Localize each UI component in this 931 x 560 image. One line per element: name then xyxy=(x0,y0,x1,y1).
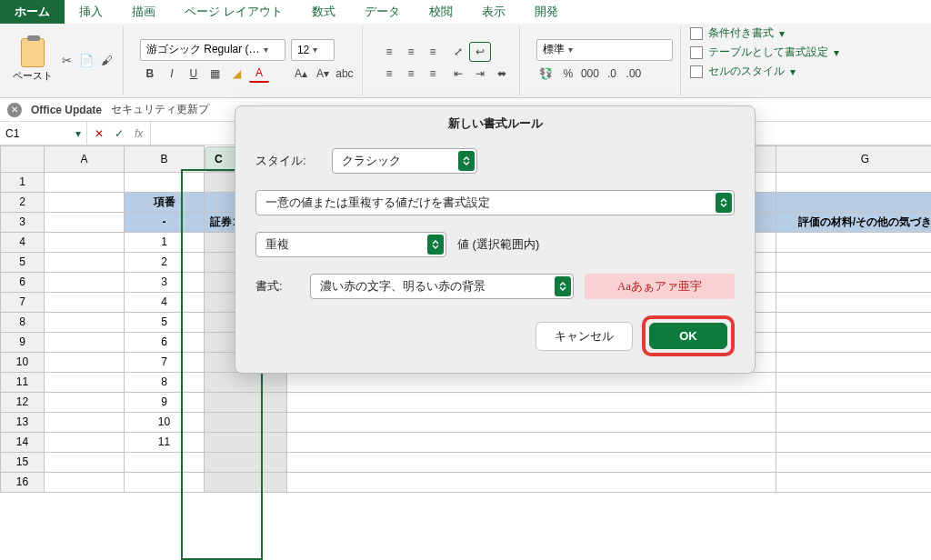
close-messagebar-icon[interactable]: ✕ xyxy=(7,103,22,117)
row-15[interactable]: 15 xyxy=(1,452,45,472)
borders-button[interactable]: ▦ xyxy=(205,65,225,83)
tab-insert[interactable]: 挿入 xyxy=(65,0,117,24)
dialog-title: 新しい書式ルール xyxy=(235,106,755,141)
row-11[interactable]: 11 xyxy=(1,372,45,392)
tab-home[interactable]: ホーム xyxy=(0,0,65,24)
row-1[interactable]: 1 xyxy=(1,172,45,192)
tab-draw[interactable]: 描画 xyxy=(117,0,170,24)
cell-B10[interactable]: 7 xyxy=(125,352,205,372)
cancel-button[interactable]: キャンセル xyxy=(536,322,633,351)
font-name-select[interactable]: 游ゴシック Regular (… xyxy=(140,39,285,61)
ruby-button[interactable]: abc xyxy=(335,65,355,83)
col-A[interactable]: A xyxy=(45,146,125,173)
rule-type-select[interactable]: 一意の値または重複する値だけを書式設定 xyxy=(255,190,735,215)
align-bottom-icon[interactable]: ≡ xyxy=(423,43,443,61)
decrease-font-icon[interactable]: A▾ xyxy=(313,65,333,83)
ribbon: ペースト ✂︎ 📄 🖌 游ゴシック Regular (… B I U ▦ ◢ A… xyxy=(0,24,931,98)
duplicate-select[interactable]: 重複 xyxy=(255,232,446,257)
cut-icon[interactable]: ✂︎ xyxy=(58,53,75,69)
name-box[interactable]: C1▾ xyxy=(0,122,87,145)
row-3[interactable]: 3 xyxy=(1,212,45,232)
tab-page-layout[interactable]: ページ レイアウト xyxy=(170,0,297,24)
col-B[interactable]: B xyxy=(125,146,205,173)
tab-data[interactable]: データ xyxy=(350,0,415,24)
ok-button[interactable]: OK xyxy=(649,323,727,349)
tab-formulas[interactable]: 数式 xyxy=(297,0,350,24)
decrease-decimal-icon[interactable]: .0 xyxy=(602,65,622,83)
cell-B6[interactable]: 3 xyxy=(125,272,205,292)
accept-formula-icon[interactable]: ✓ xyxy=(115,127,124,140)
cell-B12[interactable]: 9 xyxy=(125,392,205,412)
duplicate-select-value: 重複 xyxy=(265,236,289,253)
cell-B5[interactable]: 2 xyxy=(125,252,205,272)
underline-button[interactable]: U xyxy=(184,65,204,83)
cell-B7[interactable]: 4 xyxy=(125,292,205,312)
decrease-indent-icon[interactable]: ⇤ xyxy=(448,65,468,83)
cell-B4[interactable]: 1 xyxy=(125,232,205,252)
chevron-updown-icon xyxy=(458,151,475,171)
conditional-format-button[interactable]: 条件付き書式▾ xyxy=(690,25,839,41)
fx-icon[interactable]: fx xyxy=(135,127,143,140)
row-13[interactable]: 13 xyxy=(1,412,45,432)
increase-decimal-icon[interactable]: .00 xyxy=(624,65,644,83)
cell-G3[interactable]: 評価の材料/その他の気づき xyxy=(776,212,932,232)
tab-view[interactable]: 表示 xyxy=(467,0,520,24)
increase-indent-icon[interactable]: ⇥ xyxy=(470,65,490,83)
percent-icon[interactable]: % xyxy=(558,65,578,83)
align-center-icon[interactable]: ≡ xyxy=(401,65,421,83)
align-top-icon[interactable]: ≡ xyxy=(379,43,399,61)
font-color-button[interactable]: A xyxy=(249,65,269,83)
row-14[interactable]: 14 xyxy=(1,432,45,452)
font-size-select[interactable]: 12 xyxy=(291,39,335,61)
cancel-formula-icon[interactable]: ✕ xyxy=(95,127,104,140)
ok-button-highlight: OK xyxy=(642,315,735,356)
alignment-group: ≡ ≡ ≡ ≡ ≡ ≡ ⤢ ↩︎ ⇤ ⇥ ⬌ xyxy=(372,25,520,95)
cell-B3[interactable]: - xyxy=(125,212,205,232)
row-12[interactable]: 12 xyxy=(1,392,45,412)
style-label: スタイル: xyxy=(255,153,321,169)
align-right-icon[interactable]: ≡ xyxy=(423,65,443,83)
font-group: 游ゴシック Regular (… B I U ▦ ◢ A 12 A▴ A▾ ab… xyxy=(133,25,363,95)
wrap-text-icon[interactable]: ↩︎ xyxy=(470,43,490,61)
style-select[interactable]: クラシック xyxy=(332,148,477,174)
row-10[interactable]: 10 xyxy=(1,352,45,372)
paste-button[interactable]: ペースト xyxy=(13,38,53,83)
format-preset-select[interactable]: 濃い赤の文字、明るい赤の背景 xyxy=(310,274,574,299)
name-box-value: C1 xyxy=(5,127,19,140)
increase-font-icon[interactable]: A▴ xyxy=(291,65,311,83)
comma-icon[interactable]: 000 xyxy=(580,65,600,83)
new-format-rule-dialog: 新しい書式ルール スタイル: クラシック 一意の値または重複する値だけを書式設定… xyxy=(235,105,756,374)
row-2[interactable]: 2 xyxy=(1,192,45,212)
cell-B9[interactable]: 6 xyxy=(125,332,205,352)
merge-button[interactable]: ⬌ xyxy=(492,65,512,83)
row-4[interactable]: 4 xyxy=(1,232,45,252)
row-16[interactable]: 16 xyxy=(1,472,45,492)
row-5[interactable]: 5 xyxy=(1,252,45,272)
select-all-corner[interactable] xyxy=(1,146,45,173)
cell-B13[interactable]: 10 xyxy=(125,412,205,432)
orientation-icon[interactable]: ⤢ xyxy=(448,43,468,61)
cell-B14[interactable]: 11 xyxy=(125,432,205,452)
row-6[interactable]: 6 xyxy=(1,272,45,292)
align-left-icon[interactable]: ≡ xyxy=(379,65,399,83)
format-painter-icon[interactable]: 🖌 xyxy=(99,53,115,69)
copy-icon[interactable]: 📄 xyxy=(78,53,95,69)
row-7[interactable]: 7 xyxy=(1,292,45,312)
align-middle-icon[interactable]: ≡ xyxy=(401,43,421,61)
row-8[interactable]: 8 xyxy=(1,312,45,332)
duplicate-scope-label: 値 (選択範囲内) xyxy=(457,236,539,253)
cell-B8[interactable]: 5 xyxy=(125,312,205,332)
bold-button[interactable]: B xyxy=(140,65,160,83)
number-format-select[interactable]: 標準 xyxy=(536,39,673,61)
row-9[interactable]: 9 xyxy=(1,332,45,352)
cell-B2[interactable]: 項番 xyxy=(125,192,205,212)
cell-styles-button[interactable]: セルのスタイル▾ xyxy=(690,64,839,79)
tab-developer[interactable]: 開発 xyxy=(520,0,573,24)
italic-button[interactable]: I xyxy=(162,65,182,83)
format-as-table-button[interactable]: テーブルとして書式設定▾ xyxy=(690,45,839,60)
currency-icon[interactable]: 💱 xyxy=(536,65,556,83)
tab-review[interactable]: 校閲 xyxy=(415,0,467,24)
col-G[interactable]: G xyxy=(776,146,932,173)
fill-color-button[interactable]: ◢ xyxy=(227,65,247,83)
cell-B11[interactable]: 8 xyxy=(125,372,205,392)
